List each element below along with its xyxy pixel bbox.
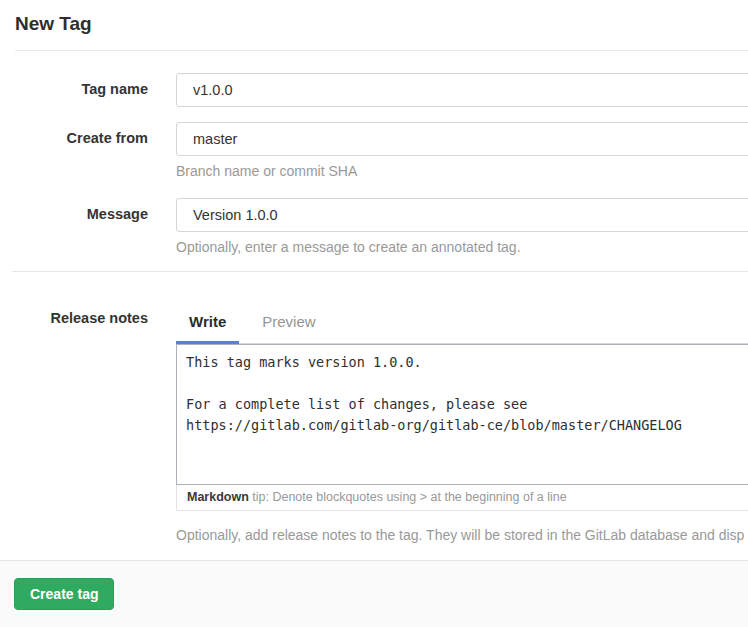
tag-name-label: Tag name (0, 73, 148, 97)
new-tag-page: New Tag Tag name Create from Branch name… (0, 13, 748, 627)
message-label: Message (0, 198, 148, 222)
message-input[interactable] (176, 198, 748, 232)
release-notes-row: Release notes Write Preview This tag mar… (0, 302, 748, 543)
release-notes-label: Release notes (0, 302, 148, 326)
create-from-row: Create from Branch name or commit SHA (0, 122, 748, 179)
markdown-tip-text: tip: Denote blockquotes using > at the b… (249, 490, 567, 504)
header-divider (15, 50, 748, 51)
spacer (0, 543, 748, 560)
tag-name-row: Tag name (0, 73, 748, 107)
markdown-tip: Markdown tip: Denote blockquotes using >… (176, 485, 748, 511)
form-actions-footer: Create tag (0, 560, 748, 627)
markdown-tip-bold: Markdown (187, 490, 249, 504)
page-title: New Tag (15, 13, 748, 35)
tag-name-input[interactable] (176, 73, 748, 107)
create-from-controls: Branch name or commit SHA (176, 122, 748, 179)
section-divider (12, 271, 748, 272)
message-help: Optionally, enter a message to create an… (176, 239, 748, 255)
release-notes-textarea[interactable]: This tag marks version 1.0.0. For a comp… (176, 344, 748, 485)
release-notes-help: Optionally, add release notes to the tag… (176, 527, 748, 543)
create-tag-button[interactable]: Create tag (14, 578, 114, 610)
message-controls: Optionally, enter a message to create an… (176, 198, 748, 255)
page-header: New Tag (15, 13, 748, 35)
create-from-label: Create from (0, 122, 148, 146)
release-notes-controls: Write Preview This tag marks version 1.0… (176, 302, 748, 543)
message-row: Message Optionally, enter a message to c… (0, 198, 748, 255)
create-from-help: Branch name or commit SHA (176, 163, 748, 179)
tag-name-controls (176, 73, 748, 107)
tab-write[interactable]: Write (176, 302, 239, 344)
create-from-input[interactable] (176, 122, 748, 156)
write-preview-tabs: Write Preview (176, 302, 748, 344)
tab-preview[interactable]: Preview (249, 302, 328, 344)
